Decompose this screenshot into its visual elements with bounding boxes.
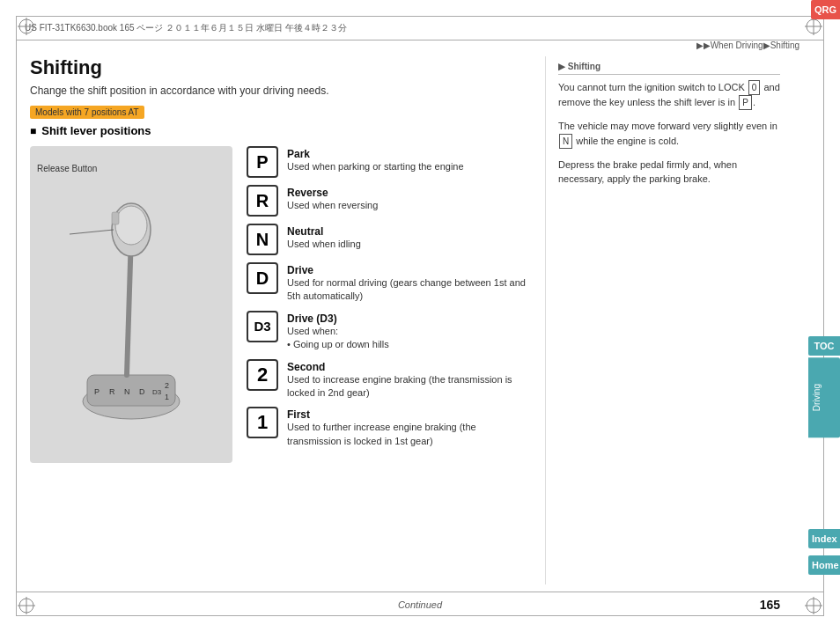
gear-desc-p: Park Used when parking or starting the e… bbox=[287, 146, 464, 173]
svg-text:P: P bbox=[94, 387, 99, 396]
svg-text:D3: D3 bbox=[152, 388, 162, 396]
svg-text:N: N bbox=[124, 387, 130, 396]
corner-tl bbox=[16, 16, 37, 37]
sidebar-note-3: Depress the brake pedal firmly and, when… bbox=[558, 158, 780, 187]
continued-label: Continued bbox=[398, 599, 442, 610]
gear-letter-d3: D3 bbox=[247, 311, 278, 342]
left-column: Shifting Change the shift position in ac… bbox=[16, 56, 546, 584]
release-button-label: Release Button bbox=[37, 164, 97, 173]
gear-desc-d: Drive Used for normal driving (gears cha… bbox=[287, 262, 531, 304]
svg-rect-13 bbox=[87, 375, 175, 406]
gear-letter-2: 2 bbox=[247, 359, 278, 391]
page-number: 165 bbox=[760, 598, 780, 612]
page-title: Shifting bbox=[30, 56, 531, 79]
tab-qrg[interactable]: QRG bbox=[811, 0, 840, 19]
svg-text:2: 2 bbox=[165, 381, 169, 390]
breadcrumb: ▶▶When Driving▶Shifting bbox=[51, 40, 808, 50]
gear-letter-d: D bbox=[247, 262, 278, 294]
gear-letter-r: R bbox=[247, 185, 278, 217]
svg-text:D: D bbox=[139, 387, 145, 396]
sidebar-note-1: You cannot turn the ignition switch to L… bbox=[558, 80, 780, 110]
gear-item-d3: D3 Drive (D3) Used when:• Going up or do… bbox=[247, 311, 531, 352]
gear-item-n: N Neutral Used when idling bbox=[247, 224, 531, 255]
tab-index[interactable]: Index bbox=[808, 529, 840, 548]
gear-letter-n: N bbox=[247, 224, 278, 255]
p-indicator: P bbox=[739, 95, 752, 110]
gear-item-1: 1 First Used to further increase engine … bbox=[247, 407, 531, 448]
page-footer: Continued 165 bbox=[16, 592, 824, 616]
right-nav: QRG TOC Driving Index Home bbox=[808, 0, 840, 632]
content-area: Shifting Change the shift position in ac… bbox=[16, 56, 792, 584]
gear-diagram: Release Button P R N D D3 2 1 bbox=[30, 146, 232, 463]
svg-point-23 bbox=[115, 206, 147, 245]
svg-line-25 bbox=[70, 230, 114, 234]
diagram-area: Release Button P R N D D3 2 1 bbox=[30, 146, 531, 463]
gear-desc-r: Reverse Used when reversing bbox=[287, 185, 378, 212]
intro-text: Change the shift position in accordance … bbox=[30, 85, 531, 97]
svg-text:R: R bbox=[109, 387, 115, 396]
sidebar: Shifting You cannot turn the ignition sw… bbox=[546, 56, 792, 584]
tab-driving[interactable]: Driving bbox=[808, 357, 840, 437]
gear-item-d: D Drive Used for normal driving (gears c… bbox=[247, 262, 531, 304]
n-indicator: N bbox=[559, 134, 572, 149]
gear-letter-p: P bbox=[247, 146, 278, 178]
gear-item-2: 2 Second Used to increase engine braking… bbox=[247, 359, 531, 401]
gear-desc-d3: Drive (D3) Used when:• Going up or down … bbox=[287, 311, 389, 352]
gear-desc-1: First Used to further increase engine br… bbox=[287, 407, 531, 448]
tab-home[interactable]: Home bbox=[808, 555, 840, 575]
svg-text:1: 1 bbox=[165, 393, 169, 401]
gear-item-p: P Park Used when parking or starting the… bbox=[247, 146, 531, 178]
gear-letter-1: 1 bbox=[247, 407, 278, 438]
gear-list: P Park Used when parking or starting the… bbox=[232, 146, 531, 463]
gear-desc-n: Neutral Used when idling bbox=[287, 224, 361, 251]
lock-indicator: 0 bbox=[748, 80, 761, 95]
svg-rect-24 bbox=[112, 212, 119, 224]
shift-lever-illustration: P R N D D3 2 1 bbox=[61, 181, 202, 428]
gear-item-r: R Reverse Used when reversing bbox=[247, 185, 531, 217]
sidebar-note-title: Shifting bbox=[558, 62, 780, 75]
sidebar-note-2: The vehicle may move forward very slight… bbox=[558, 119, 780, 149]
model-badge: Models with 7 positions AT bbox=[30, 106, 144, 119]
gear-desc-2: Second Used to increase engine braking (… bbox=[287, 359, 531, 401]
tab-toc[interactable]: TOC bbox=[808, 336, 840, 356]
section-heading: Shift lever positions bbox=[30, 124, 531, 137]
